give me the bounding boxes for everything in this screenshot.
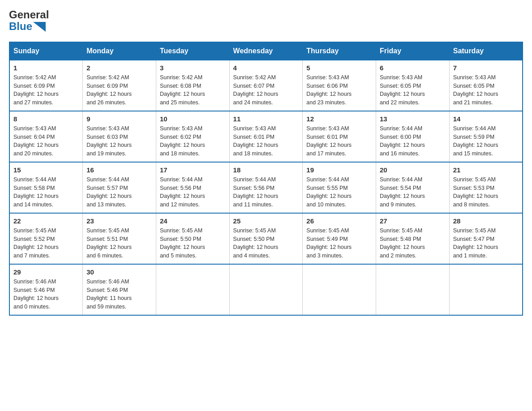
calendar-cell: 1Sunrise: 5:42 AMSunset: 6:09 PMDaylight… [9, 60, 83, 111]
calendar-cell: 23Sunrise: 5:45 AMSunset: 5:51 PMDayligh… [83, 213, 156, 264]
day-number: 13 [380, 115, 446, 123]
day-info: Sunrise: 5:45 AMSunset: 5:53 PMDaylight:… [453, 176, 519, 209]
day-info: Sunrise: 5:45 AMSunset: 5:50 PMDaylight:… [160, 227, 226, 260]
day-info: Sunrise: 5:44 AMSunset: 5:55 PMDaylight:… [306, 176, 372, 209]
calendar-cell [449, 264, 523, 315]
calendar-cell: 4Sunrise: 5:42 AMSunset: 6:07 PMDaylight… [229, 60, 303, 111]
calendar-cell: 28Sunrise: 5:45 AMSunset: 5:47 PMDayligh… [449, 213, 523, 264]
calendar-table: SundayMondayTuesdayWednesdayThursdayFrid… [9, 42, 523, 316]
calendar-cell: 14Sunrise: 5:44 AMSunset: 5:59 PMDayligh… [449, 111, 523, 162]
day-number: 15 [13, 166, 79, 174]
calendar-cell: 16Sunrise: 5:44 AMSunset: 5:57 PMDayligh… [83, 162, 156, 213]
calendar-week-row: 22Sunrise: 5:45 AMSunset: 5:52 PMDayligh… [9, 213, 523, 264]
day-number: 25 [233, 217, 299, 225]
day-info: Sunrise: 5:45 AMSunset: 5:48 PMDaylight:… [380, 227, 446, 260]
day-info: Sunrise: 5:43 AMSunset: 6:05 PMDaylight:… [453, 73, 519, 107]
day-number: 11 [233, 115, 299, 123]
day-info: Sunrise: 5:45 AMSunset: 5:50 PMDaylight:… [233, 227, 299, 260]
weekday-header-sunday: Sunday [9, 42, 83, 60]
day-info: Sunrise: 5:43 AMSunset: 6:01 PMDaylight:… [306, 124, 372, 158]
calendar-cell: 25Sunrise: 5:45 AMSunset: 5:50 PMDayligh… [229, 213, 303, 264]
day-info: Sunrise: 5:46 AMSunset: 5:46 PMDaylight:… [86, 278, 152, 311]
calendar-cell: 22Sunrise: 5:45 AMSunset: 5:52 PMDayligh… [9, 213, 83, 264]
day-info: Sunrise: 5:45 AMSunset: 5:47 PMDaylight:… [453, 227, 519, 260]
logo: General Blue [9, 9, 49, 33]
calendar-cell: 6Sunrise: 5:43 AMSunset: 6:05 PMDaylight… [376, 60, 450, 111]
weekday-header-friday: Friday [376, 42, 450, 60]
day-number: 17 [160, 166, 226, 174]
day-info: Sunrise: 5:43 AMSunset: 6:01 PMDaylight:… [233, 124, 299, 158]
day-info: Sunrise: 5:45 AMSunset: 5:52 PMDaylight:… [13, 227, 79, 260]
day-info: Sunrise: 5:44 AMSunset: 6:00 PMDaylight:… [380, 124, 446, 158]
calendar-week-row: 8Sunrise: 5:43 AMSunset: 6:04 PMDaylight… [9, 111, 523, 162]
day-number: 8 [13, 115, 79, 123]
calendar-cell: 15Sunrise: 5:44 AMSunset: 5:58 PMDayligh… [9, 162, 83, 213]
day-number: 6 [380, 64, 446, 72]
svg-marker-0 [33, 22, 46, 32]
calendar-cell: 11Sunrise: 5:43 AMSunset: 6:01 PMDayligh… [229, 111, 303, 162]
day-number: 2 [86, 64, 152, 72]
calendar-cell: 20Sunrise: 5:44 AMSunset: 5:54 PMDayligh… [376, 162, 450, 213]
day-number: 29 [13, 268, 79, 276]
calendar-cell: 10Sunrise: 5:43 AMSunset: 6:02 PMDayligh… [156, 111, 229, 162]
calendar-week-row: 15Sunrise: 5:44 AMSunset: 5:58 PMDayligh… [9, 162, 523, 213]
logo-general: General [9, 9, 49, 21]
day-info: Sunrise: 5:43 AMSunset: 6:04 PMDaylight:… [13, 124, 79, 158]
calendar-week-row: 29Sunrise: 5:46 AMSunset: 5:46 PMDayligh… [9, 264, 523, 315]
day-info: Sunrise: 5:44 AMSunset: 5:58 PMDaylight:… [13, 176, 79, 209]
day-number: 28 [453, 217, 519, 225]
calendar-cell: 12Sunrise: 5:43 AMSunset: 6:01 PMDayligh… [303, 111, 376, 162]
calendar-cell: 5Sunrise: 5:43 AMSunset: 6:06 PMDaylight… [303, 60, 376, 111]
weekday-header-saturday: Saturday [449, 42, 523, 60]
logo-blue: Blue [9, 21, 32, 32]
logo-container: General Blue [9, 9, 49, 33]
day-number: 7 [453, 64, 519, 72]
day-number: 23 [86, 217, 152, 225]
calendar-cell: 19Sunrise: 5:44 AMSunset: 5:55 PMDayligh… [303, 162, 376, 213]
weekday-header-tuesday: Tuesday [156, 42, 229, 60]
calendar-cell: 18Sunrise: 5:44 AMSunset: 5:56 PMDayligh… [229, 162, 303, 213]
calendar-cell: 29Sunrise: 5:46 AMSunset: 5:46 PMDayligh… [9, 264, 83, 315]
weekday-header-row: SundayMondayTuesdayWednesdayThursdayFrid… [9, 42, 523, 60]
day-number: 1 [13, 64, 79, 72]
day-info: Sunrise: 5:43 AMSunset: 6:02 PMDaylight:… [160, 124, 226, 158]
calendar-cell [303, 264, 376, 315]
calendar-cell: 8Sunrise: 5:43 AMSunset: 6:04 PMDaylight… [9, 111, 83, 162]
calendar-cell [376, 264, 450, 315]
day-number: 21 [453, 166, 519, 174]
day-number: 4 [233, 64, 299, 72]
page-header: General Blue [9, 9, 523, 33]
calendar-cell: 24Sunrise: 5:45 AMSunset: 5:50 PMDayligh… [156, 213, 229, 264]
calendar-cell: 26Sunrise: 5:45 AMSunset: 5:49 PMDayligh… [303, 213, 376, 264]
weekday-header-thursday: Thursday [303, 42, 376, 60]
day-number: 5 [306, 64, 372, 72]
calendar-cell: 17Sunrise: 5:44 AMSunset: 5:56 PMDayligh… [156, 162, 229, 213]
day-info: Sunrise: 5:46 AMSunset: 5:46 PMDaylight:… [13, 278, 79, 311]
day-info: Sunrise: 5:42 AMSunset: 6:07 PMDaylight:… [233, 73, 299, 107]
weekday-header-monday: Monday [83, 42, 156, 60]
calendar-week-row: 1Sunrise: 5:42 AMSunset: 6:09 PMDaylight… [9, 60, 523, 111]
calendar-cell: 27Sunrise: 5:45 AMSunset: 5:48 PMDayligh… [376, 213, 450, 264]
day-info: Sunrise: 5:42 AMSunset: 6:09 PMDaylight:… [86, 73, 152, 107]
day-info: Sunrise: 5:45 AMSunset: 5:51 PMDaylight:… [86, 227, 152, 260]
day-info: Sunrise: 5:44 AMSunset: 5:59 PMDaylight:… [453, 124, 519, 158]
day-number: 3 [160, 64, 226, 72]
day-number: 26 [306, 217, 372, 225]
day-info: Sunrise: 5:44 AMSunset: 5:56 PMDaylight:… [233, 176, 299, 209]
day-number: 12 [306, 115, 372, 123]
day-number: 30 [86, 268, 152, 276]
calendar-cell [156, 264, 229, 315]
day-number: 14 [453, 115, 519, 123]
day-number: 24 [160, 217, 226, 225]
day-info: Sunrise: 5:44 AMSunset: 5:57 PMDaylight:… [86, 176, 152, 209]
calendar-cell: 13Sunrise: 5:44 AMSunset: 6:00 PMDayligh… [376, 111, 450, 162]
day-number: 18 [233, 166, 299, 174]
day-info: Sunrise: 5:45 AMSunset: 5:49 PMDaylight:… [306, 227, 372, 260]
day-number: 22 [13, 217, 79, 225]
day-number: 16 [86, 166, 152, 174]
calendar-cell: 3Sunrise: 5:42 AMSunset: 6:08 PMDaylight… [156, 60, 229, 111]
day-info: Sunrise: 5:43 AMSunset: 6:03 PMDaylight:… [86, 124, 152, 158]
calendar-cell: 30Sunrise: 5:46 AMSunset: 5:46 PMDayligh… [83, 264, 156, 315]
day-number: 10 [160, 115, 226, 123]
calendar-cell: 7Sunrise: 5:43 AMSunset: 6:05 PMDaylight… [449, 60, 523, 111]
